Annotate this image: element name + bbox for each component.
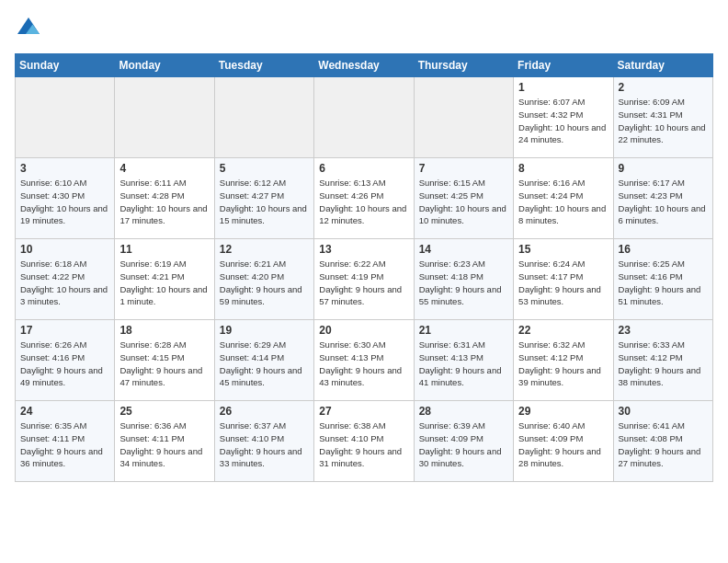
weekday-header-thursday: Thursday: [414, 54, 513, 77]
day-number: 13: [319, 243, 408, 256]
day-info: Sunrise: 6:36 AM Sunset: 4:11 PM Dayligh…: [119, 419, 209, 470]
calendar-cell: [214, 77, 313, 158]
day-info: Sunrise: 6:28 AM Sunset: 4:15 PM Dayligh…: [119, 339, 209, 389]
calendar-cell: 28Sunrise: 6:39 AM Sunset: 4:09 PM Dayli…: [414, 401, 513, 482]
calendar-cell: 24Sunrise: 6:35 AM Sunset: 4:11 PM Dayli…: [16, 401, 115, 482]
day-info: Sunrise: 6:32 AM Sunset: 4:12 PM Dayligh…: [518, 339, 608, 389]
calendar-cell: 14Sunrise: 6:23 AM Sunset: 4:18 PM Dayli…: [414, 239, 513, 320]
day-info: Sunrise: 6:13 AM Sunset: 4:26 PM Dayligh…: [319, 177, 408, 227]
calendar-table: SundayMondayTuesdayWednesdayThursdayFrid…: [15, 53, 713, 482]
calendar-cell: 8Sunrise: 6:16 AM Sunset: 4:24 PM Daylig…: [514, 158, 613, 239]
weekday-header-monday: Monday: [115, 54, 214, 77]
day-info: Sunrise: 6:29 AM Sunset: 4:14 PM Dayligh…: [220, 339, 309, 389]
calendar-cell: 15Sunrise: 6:24 AM Sunset: 4:17 PM Dayli…: [514, 239, 613, 320]
calendar-cell: 2Sunrise: 6:09 AM Sunset: 4:31 PM Daylig…: [613, 77, 712, 158]
day-info: Sunrise: 6:22 AM Sunset: 4:19 PM Dayligh…: [319, 258, 408, 308]
calendar-cell: 1Sunrise: 6:07 AM Sunset: 4:32 PM Daylig…: [514, 77, 613, 158]
day-number: 30: [619, 405, 708, 418]
calendar-cell: [414, 77, 513, 158]
day-info: Sunrise: 6:10 AM Sunset: 4:30 PM Dayligh…: [20, 177, 109, 227]
calendar-cell: 12Sunrise: 6:21 AM Sunset: 4:20 PM Dayli…: [214, 239, 313, 320]
calendar-cell: 20Sunrise: 6:30 AM Sunset: 4:13 PM Dayli…: [314, 320, 414, 401]
day-info: Sunrise: 6:24 AM Sunset: 4:17 PM Dayligh…: [518, 258, 608, 308]
day-number: 7: [419, 162, 508, 175]
day-number: 26: [220, 405, 309, 418]
day-info: Sunrise: 6:25 AM Sunset: 4:16 PM Dayligh…: [619, 258, 708, 308]
day-info: Sunrise: 6:12 AM Sunset: 4:27 PM Dayligh…: [220, 177, 309, 227]
day-number: 22: [518, 324, 608, 337]
day-number: 1: [518, 81, 608, 94]
day-number: 15: [518, 243, 608, 256]
day-number: 29: [518, 405, 608, 418]
calendar-cell: 29Sunrise: 6:40 AM Sunset: 4:09 PM Dayli…: [514, 401, 613, 482]
calendar-week-4: 24Sunrise: 6:35 AM Sunset: 4:11 PM Dayli…: [16, 401, 713, 482]
calendar-cell: 11Sunrise: 6:19 AM Sunset: 4:21 PM Dayli…: [115, 239, 214, 320]
calendar-cell: [314, 77, 414, 158]
weekday-header-row: SundayMondayTuesdayWednesdayThursdayFrid…: [16, 54, 713, 77]
day-number: 21: [419, 324, 508, 337]
day-info: Sunrise: 6:23 AM Sunset: 4:18 PM Dayligh…: [419, 258, 508, 308]
calendar-cell: 7Sunrise: 6:15 AM Sunset: 4:25 PM Daylig…: [414, 158, 513, 239]
calendar-week-2: 10Sunrise: 6:18 AM Sunset: 4:22 PM Dayli…: [16, 239, 713, 320]
day-info: Sunrise: 6:16 AM Sunset: 4:24 PM Dayligh…: [518, 177, 608, 227]
day-number: 9: [619, 162, 708, 175]
calendar-week-0: 1Sunrise: 6:07 AM Sunset: 4:32 PM Daylig…: [16, 77, 713, 158]
day-info: Sunrise: 6:19 AM Sunset: 4:21 PM Dayligh…: [119, 258, 209, 308]
day-number: 18: [119, 324, 209, 337]
calendar-week-1: 3Sunrise: 6:10 AM Sunset: 4:30 PM Daylig…: [16, 158, 713, 239]
day-info: Sunrise: 6:30 AM Sunset: 4:13 PM Dayligh…: [319, 339, 408, 389]
day-info: Sunrise: 6:18 AM Sunset: 4:22 PM Dayligh…: [20, 258, 109, 308]
calendar-cell: 21Sunrise: 6:31 AM Sunset: 4:13 PM Dayli…: [414, 320, 513, 401]
day-number: 12: [220, 243, 309, 256]
day-info: Sunrise: 6:17 AM Sunset: 4:23 PM Dayligh…: [619, 177, 708, 227]
day-info: Sunrise: 6:26 AM Sunset: 4:16 PM Dayligh…: [20, 339, 109, 389]
calendar-cell: 27Sunrise: 6:38 AM Sunset: 4:10 PM Dayli…: [314, 401, 414, 482]
day-number: 2: [619, 81, 708, 94]
day-info: Sunrise: 6:11 AM Sunset: 4:28 PM Dayligh…: [119, 177, 209, 227]
day-number: 14: [419, 243, 508, 256]
day-info: Sunrise: 6:21 AM Sunset: 4:20 PM Dayligh…: [220, 258, 309, 308]
calendar-cell: 17Sunrise: 6:26 AM Sunset: 4:16 PM Dayli…: [16, 320, 115, 401]
day-info: Sunrise: 6:40 AM Sunset: 4:09 PM Dayligh…: [518, 419, 608, 470]
day-number: 28: [419, 405, 508, 418]
day-number: 5: [220, 162, 309, 175]
calendar-cell: 26Sunrise: 6:37 AM Sunset: 4:10 PM Dayli…: [214, 401, 313, 482]
day-number: 17: [20, 324, 109, 337]
day-info: Sunrise: 6:09 AM Sunset: 4:31 PM Dayligh…: [619, 96, 708, 146]
day-number: 8: [518, 162, 608, 175]
day-info: Sunrise: 6:15 AM Sunset: 4:25 PM Dayligh…: [419, 177, 508, 227]
day-info: Sunrise: 6:39 AM Sunset: 4:09 PM Dayligh…: [419, 419, 508, 470]
calendar-cell: 18Sunrise: 6:28 AM Sunset: 4:15 PM Dayli…: [115, 320, 214, 401]
day-number: 16: [619, 243, 708, 256]
calendar-cell: 9Sunrise: 6:17 AM Sunset: 4:23 PM Daylig…: [613, 158, 712, 239]
page-header: [15, 15, 713, 42]
day-info: Sunrise: 6:07 AM Sunset: 4:32 PM Dayligh…: [518, 96, 608, 146]
day-number: 19: [220, 324, 309, 337]
day-number: 24: [20, 405, 109, 418]
day-info: Sunrise: 6:41 AM Sunset: 4:08 PM Dayligh…: [619, 419, 708, 470]
calendar-cell: 6Sunrise: 6:13 AM Sunset: 4:26 PM Daylig…: [314, 158, 414, 239]
logo: [15, 15, 46, 42]
day-info: Sunrise: 6:33 AM Sunset: 4:12 PM Dayligh…: [619, 339, 708, 389]
calendar-week-3: 17Sunrise: 6:26 AM Sunset: 4:16 PM Dayli…: [16, 320, 713, 401]
weekday-header-saturday: Saturday: [613, 54, 712, 77]
calendar-cell: 19Sunrise: 6:29 AM Sunset: 4:14 PM Dayli…: [214, 320, 313, 401]
calendar-cell: 22Sunrise: 6:32 AM Sunset: 4:12 PM Dayli…: [514, 320, 613, 401]
calendar-cell: 13Sunrise: 6:22 AM Sunset: 4:19 PM Dayli…: [314, 239, 414, 320]
calendar-cell: 23Sunrise: 6:33 AM Sunset: 4:12 PM Dayli…: [613, 320, 712, 401]
day-info: Sunrise: 6:35 AM Sunset: 4:11 PM Dayligh…: [20, 419, 109, 470]
weekday-header-friday: Friday: [514, 54, 613, 77]
day-number: 10: [20, 243, 109, 256]
calendar-cell: 5Sunrise: 6:12 AM Sunset: 4:27 PM Daylig…: [214, 158, 313, 239]
day-number: 3: [20, 162, 109, 175]
day-number: 27: [319, 405, 408, 418]
calendar-cell: [115, 77, 214, 158]
day-number: 4: [119, 162, 209, 175]
calendar-cell: 25Sunrise: 6:36 AM Sunset: 4:11 PM Dayli…: [115, 401, 214, 482]
day-number: 11: [119, 243, 209, 256]
calendar-cell: 16Sunrise: 6:25 AM Sunset: 4:16 PM Dayli…: [613, 239, 712, 320]
weekday-header-tuesday: Tuesday: [214, 54, 313, 77]
calendar-cell: 4Sunrise: 6:11 AM Sunset: 4:28 PM Daylig…: [115, 158, 214, 239]
day-number: 25: [119, 405, 209, 418]
day-number: 6: [319, 162, 408, 175]
